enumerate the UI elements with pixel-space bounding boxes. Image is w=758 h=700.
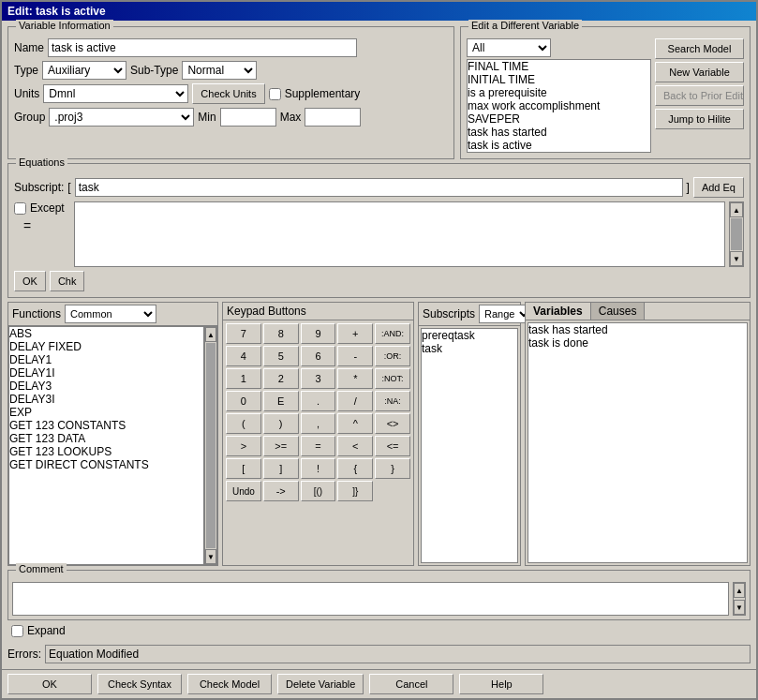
list-item[interactable]: INITIAL TIME <box>468 73 650 86</box>
scroll-down-arrow[interactable]: ▼ <box>730 251 743 266</box>
except-checkbox[interactable] <box>14 202 26 215</box>
key-arrow[interactable]: -> <box>263 481 299 501</box>
expand-checkbox[interactable] <box>11 625 23 637</box>
key-neq[interactable]: <> <box>375 413 410 434</box>
key-1[interactable]: 1 <box>226 368 261 389</box>
key-8[interactable]: 8 <box>263 323 299 344</box>
key-rbracket-brace[interactable]: ]} <box>337 481 373 501</box>
back-to-prior-button[interactable]: Back to Prior Edit <box>655 85 744 106</box>
key-caret[interactable]: ^ <box>337 413 373 434</box>
key-multiply[interactable]: * <box>337 368 373 389</box>
name-input[interactable] <box>48 38 357 57</box>
fn-scroll-down[interactable]: ▼ <box>205 549 216 564</box>
key-exclaim[interactable]: ! <box>301 458 336 479</box>
comment-scroll-down[interactable]: ▼ <box>734 600 745 615</box>
units-select[interactable]: Dmnl <box>43 84 188 103</box>
tab-variables[interactable]: Variables <box>526 303 591 320</box>
eq-ok-button[interactable]: OK <box>14 271 46 291</box>
key-7[interactable]: 7 <box>226 323 261 344</box>
subscript-item[interactable]: prereqtask <box>422 329 517 342</box>
eq-chk-button[interactable]: Chk <box>50 271 85 291</box>
function-item[interactable]: EXP <box>9 406 203 419</box>
supplementary-checkbox[interactable] <box>269 88 281 100</box>
jump-to-hilite-button[interactable]: Jump to Hilite <box>655 109 744 129</box>
function-item[interactable]: GET 123 CONSTANTS <box>9 419 203 432</box>
functions-category-select[interactable]: Common All Supplementary <box>65 305 156 323</box>
scroll-up-arrow[interactable]: ▲ <box>730 202 743 217</box>
key-0[interactable]: 0 <box>226 391 261 411</box>
key-not[interactable]: :NOT: <box>375 368 410 389</box>
key-lparen[interactable]: ( <box>226 413 261 434</box>
key-e[interactable]: E <box>263 391 299 411</box>
variable-item[interactable]: task is done <box>528 336 747 350</box>
key-lparen-bracket[interactable]: [() <box>301 481 336 501</box>
cancel-button[interactable]: Cancel <box>369 674 453 694</box>
tab-causes[interactable]: Causes <box>591 303 646 320</box>
key-undo[interactable]: Undo <box>226 481 261 501</box>
list-item[interactable]: max work accomplishment <box>468 99 650 112</box>
key-gte[interactable]: >= <box>263 436 299 456</box>
key-gt[interactable]: > <box>226 436 261 456</box>
key-rbracket[interactable]: ] <box>263 458 299 479</box>
list-item[interactable]: is a prerequisite <box>468 86 650 99</box>
comment-scrollbar[interactable]: ▲ ▼ <box>733 582 746 616</box>
function-item[interactable]: DELAY1 <box>9 353 203 366</box>
variable-item[interactable]: task has started <box>528 323 747 336</box>
function-item[interactable]: GET 123 LOOKUPS <box>9 445 203 458</box>
check-units-button[interactable]: Check Units <box>192 83 264 104</box>
all-select[interactable]: All <box>467 38 551 57</box>
subscript-item[interactable]: task <box>422 342 517 355</box>
function-item[interactable]: ABS <box>9 327 203 340</box>
key-na[interactable]: :NA: <box>375 391 410 411</box>
key-6[interactable]: 6 <box>301 346 336 366</box>
function-item[interactable]: GET DIRECT CONSTANTS <box>9 458 203 471</box>
check-model-button[interactable]: Check Model <box>187 674 272 694</box>
function-item[interactable]: DELAY3 <box>9 380 203 393</box>
subscript-input[interactable] <box>75 178 683 197</box>
key-3[interactable]: 3 <box>301 368 336 389</box>
key-lbracket[interactable]: [ <box>226 458 261 479</box>
key-4[interactable]: 4 <box>226 346 261 366</box>
subtype-select[interactable]: Normal <box>182 61 257 80</box>
search-model-button[interactable]: Search Model <box>655 38 744 59</box>
key-lt[interactable]: < <box>337 436 373 456</box>
function-item[interactable]: DELAY3I <box>9 393 203 406</box>
key-rbrace[interactable]: } <box>375 458 410 479</box>
min-input[interactable] <box>220 108 276 127</box>
ok-button[interactable]: OK <box>7 674 92 694</box>
list-item[interactable]: SAVEPER <box>468 112 650 126</box>
key-lbrace[interactable]: { <box>337 458 373 479</box>
key-5[interactable]: 5 <box>263 346 299 366</box>
check-syntax-button[interactable]: Check Syntax <box>97 674 182 694</box>
key-9[interactable]: 9 <box>301 323 336 344</box>
add-eq-button[interactable]: Add Eq <box>693 177 744 198</box>
delete-variable-button[interactable]: Delete Variable <box>277 674 364 694</box>
eq-scrollbar[interactable]: ▲ ▼ <box>729 201 744 267</box>
new-variable-button[interactable]: New Variable <box>655 62 744 82</box>
functions-scrollbar[interactable]: ▲ ▼ <box>204 326 217 565</box>
key-and[interactable]: :AND: <box>375 323 410 344</box>
key-eq[interactable]: = <box>301 436 336 456</box>
function-item[interactable]: DELAY FIXED <box>9 340 203 353</box>
fn-scroll-up[interactable]: ▲ <box>205 327 216 342</box>
key-or[interactable]: :OR: <box>375 346 410 366</box>
help-button[interactable]: Help <box>459 674 543 694</box>
function-item[interactable]: DELAY1I <box>9 366 203 380</box>
equation-textarea[interactable] <box>74 201 725 267</box>
list-item[interactable]: FINAL TIME <box>468 60 650 73</box>
function-item[interactable]: GET 123 DATA <box>9 432 203 445</box>
comment-scroll-up[interactable]: ▲ <box>734 583 745 598</box>
key-plus[interactable]: + <box>337 323 373 344</box>
list-item[interactable]: task has started <box>468 126 650 139</box>
key-lte[interactable]: <= <box>375 436 410 456</box>
key-dot[interactable]: . <box>301 391 336 411</box>
key-divide[interactable]: / <box>337 391 373 411</box>
list-item-selected[interactable]: task is active <box>468 139 650 152</box>
key-rparen[interactable]: ) <box>263 413 299 434</box>
key-minus[interactable]: - <box>337 346 373 366</box>
max-input[interactable] <box>305 108 361 127</box>
key-comma[interactable]: , <box>301 413 336 434</box>
type-select[interactable]: Auxiliary <box>42 61 126 80</box>
group-select[interactable]: .proj3 <box>49 108 194 127</box>
key-2[interactable]: 2 <box>263 368 299 389</box>
